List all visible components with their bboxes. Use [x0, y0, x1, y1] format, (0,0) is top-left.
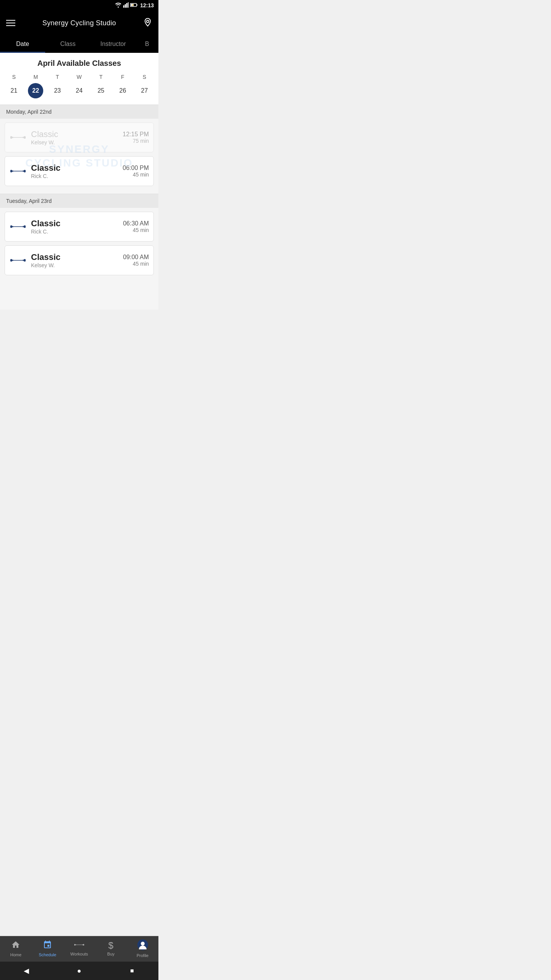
location-icon[interactable]	[143, 18, 152, 29]
date-23[interactable]: 23	[50, 83, 65, 98]
dumbbell-icon-2	[10, 163, 26, 180]
calendar-weekdays: S M T W T F S	[0, 74, 158, 80]
svg-rect-9	[10, 136, 12, 139]
status-icons: ⚡	[115, 2, 138, 9]
class-card-tuesday-2[interactable]: Classic Kelsey W. 09:00 AM 45 min	[5, 245, 154, 275]
svg-rect-20	[12, 226, 13, 227]
instructor-tuesday-2: Kelsey W.	[31, 262, 60, 268]
day-header-tuesday: Tuesday, April 23rd	[0, 194, 158, 208]
class-info-tuesday-1: Classic Rick C.	[31, 219, 60, 235]
svg-rect-17	[23, 170, 24, 172]
svg-rect-0	[123, 5, 124, 8]
class-info-monday-2: Classic Rick C.	[31, 163, 60, 179]
class-card-monday-1[interactable]: Classic Kelsey W. 12:15 PM 75 min	[5, 122, 154, 152]
class-left-tue-2: Classic Kelsey W.	[10, 252, 60, 269]
class-name-tuesday-2: Classic	[31, 252, 60, 262]
duration-monday-1: 75 min	[123, 138, 149, 144]
date-27[interactable]: 27	[137, 83, 152, 98]
class-name-tuesday-1: Classic	[31, 219, 60, 229]
menu-button[interactable]	[6, 20, 15, 26]
date-22[interactable]: 22	[28, 83, 43, 98]
weekday-fri: F	[115, 74, 130, 80]
time-val-monday-2: 06:00 PM	[123, 165, 149, 172]
svg-rect-2	[126, 3, 127, 8]
class-left-2: Classic Rick C.	[10, 163, 60, 180]
dumbbell-icon-1	[10, 129, 26, 146]
svg-rect-11	[13, 137, 23, 138]
tab-date[interactable]: Date	[0, 35, 45, 53]
battery-icon: ⚡	[130, 3, 138, 8]
class-time-tuesday-2: 09:00 AM 45 min	[123, 254, 149, 267]
signal-icon	[123, 2, 129, 9]
weekday-thu: T	[93, 74, 109, 80]
class-info-tuesday-2: Classic Kelsey W.	[31, 252, 60, 268]
svg-point-8	[147, 20, 149, 23]
class-time-monday-1: 12:15 PM 75 min	[123, 131, 149, 144]
class-left-tue-1: Classic Rick C.	[10, 218, 60, 235]
day-header-monday: Monday, April 22nd	[0, 105, 158, 119]
instructor-monday-1: Kelsey W.	[31, 139, 58, 145]
tuesday-classes: Classic Rick C. 06:30 AM 45 min Classic	[0, 208, 158, 310]
svg-rect-15	[12, 170, 13, 172]
svg-rect-12	[23, 137, 24, 138]
svg-rect-22	[23, 226, 24, 227]
class-left: Classic Kelsey W.	[10, 129, 58, 146]
status-time: 12:13	[140, 2, 154, 8]
duration-tuesday-1: 45 min	[123, 227, 149, 233]
date-21[interactable]: 21	[6, 83, 21, 98]
dumbbell-icon-tue-2	[10, 252, 26, 269]
svg-rect-3	[128, 2, 129, 8]
svg-rect-28	[24, 259, 26, 261]
weekday-wed: W	[72, 74, 87, 80]
svg-rect-1	[125, 4, 126, 8]
time-val-monday-1: 12:15 PM	[123, 131, 149, 138]
svg-rect-14	[10, 170, 12, 172]
tab-bar: Date Class Instructor B	[0, 35, 158, 53]
class-time-monday-2: 06:00 PM 45 min	[123, 165, 149, 178]
svg-text:⚡: ⚡	[132, 4, 134, 7]
calendar-dates: 21 22 23 24 25 26 27	[0, 83, 158, 101]
calendar-title: April Available Classes	[0, 59, 158, 68]
tab-instructor[interactable]: Instructor	[91, 35, 136, 53]
weekday-sat: S	[137, 74, 152, 80]
calendar-section: April Available Classes S M T W T F S 21…	[0, 53, 158, 105]
class-name-monday-1: Classic	[31, 129, 58, 139]
dumbbell-icon-tue-1	[10, 218, 26, 235]
class-card-monday-2[interactable]: Classic Rick C. 06:00 PM 45 min	[5, 156, 154, 186]
class-card-tuesday-1[interactable]: Classic Rick C. 06:30 AM 45 min	[5, 212, 154, 242]
instructor-monday-2: Rick C.	[31, 173, 60, 179]
svg-rect-5	[137, 4, 137, 6]
status-bar: ⚡ 12:13	[0, 0, 158, 11]
wifi-icon	[115, 2, 122, 9]
weekday-sun: S	[6, 74, 21, 80]
svg-rect-23	[24, 225, 26, 228]
class-info-monday-1: Classic Kelsey W.	[31, 129, 58, 145]
monday-classes: SYNERGY CYCLING STUDIO Classic Kelsey W.…	[0, 119, 158, 194]
svg-rect-27	[23, 260, 24, 261]
svg-rect-21	[13, 226, 23, 227]
tab-class[interactable]: Class	[45, 35, 90, 53]
svg-rect-10	[12, 137, 13, 138]
svg-rect-26	[13, 260, 23, 261]
class-name-monday-2: Classic	[31, 163, 60, 173]
svg-rect-19	[10, 225, 12, 228]
svg-rect-25	[12, 260, 13, 261]
time-val-tuesday-2: 09:00 AM	[123, 254, 149, 261]
time-val-tuesday-1: 06:30 AM	[123, 220, 149, 227]
tab-extra[interactable]: B	[136, 35, 158, 53]
app-header: Synergy Cycling Studio	[0, 11, 158, 35]
svg-rect-18	[24, 170, 26, 172]
date-24[interactable]: 24	[72, 83, 87, 98]
date-25[interactable]: 25	[93, 83, 109, 98]
date-26[interactable]: 26	[115, 83, 130, 98]
class-time-tuesday-1: 06:30 AM 45 min	[123, 220, 149, 233]
instructor-tuesday-1: Rick C.	[31, 229, 60, 235]
svg-rect-24	[10, 259, 12, 261]
weekday-tue: T	[50, 74, 65, 80]
svg-rect-16	[13, 171, 23, 172]
app-title: Synergy Cycling Studio	[42, 19, 116, 27]
weekday-mon: M	[28, 74, 43, 80]
duration-monday-2: 45 min	[123, 172, 149, 178]
svg-rect-13	[24, 136, 26, 139]
duration-tuesday-2: 45 min	[123, 261, 149, 267]
